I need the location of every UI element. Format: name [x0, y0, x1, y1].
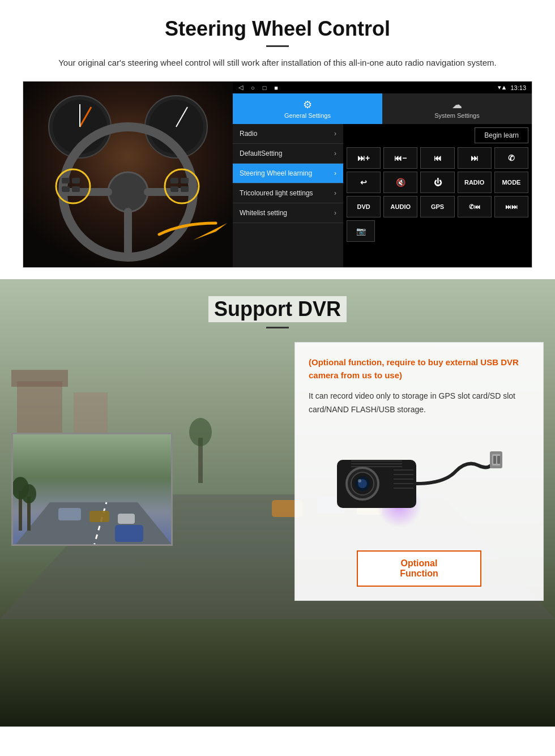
status-bar: ◁ ○ □ ■ ▾▲ 13:13: [233, 82, 532, 93]
ctrl-row-1: ⏭+ ⏮− ⏮ ⏭ ✆: [347, 147, 528, 169]
svg-rect-14: [62, 178, 70, 183]
svg-point-44: [22, 484, 36, 503]
svg-point-9: [108, 172, 148, 212]
hangup-button[interactable]: ↩: [347, 172, 381, 193]
phone-button[interactable]: ✆: [494, 147, 528, 169]
status-icons: ▾▲ 13:13: [498, 84, 526, 91]
svg-rect-15: [72, 178, 80, 183]
arrow-icon: ›: [334, 130, 336, 138]
svg-rect-62: [497, 456, 500, 464]
svg-rect-38: [89, 511, 109, 522]
dvr-content: Support DVR: [0, 279, 555, 618]
back-icon[interactable]: ◁: [238, 84, 243, 91]
svg-rect-37: [58, 508, 81, 520]
steering-wheel-photo: [23, 82, 233, 268]
signal-icon: ▾▲: [498, 84, 507, 91]
home-icon[interactable]: ○: [251, 84, 255, 91]
menu-tricolour-label: Tricoloured light settings: [240, 189, 313, 197]
tab-system-label: System Settings: [434, 112, 479, 119]
dvr-divider: [266, 327, 289, 328]
ctrl-top: Begin learn: [347, 127, 528, 143]
menu-default-label: DefaultSetting: [240, 150, 282, 157]
svg-rect-17: [72, 186, 80, 192]
arrow-icon: ›: [334, 150, 336, 157]
settings-icon: ⚙: [303, 99, 312, 111]
tab-bar: ⚙ General Settings ☁ System Settings: [233, 93, 532, 124]
vol-down-button[interactable]: ⏮−: [383, 147, 417, 169]
gps-button[interactable]: GPS: [420, 196, 454, 217]
phone-prev-button[interactable]: ✆⏮: [458, 196, 492, 217]
menu-radio-label: Radio: [240, 130, 257, 138]
section-steering: Steering Wheel Control Your original car…: [0, 0, 555, 279]
svg-rect-40: [115, 525, 143, 542]
ctrl-row-4: 📷: [347, 220, 528, 242]
svg-rect-22: [181, 186, 189, 192]
power-button[interactable]: ⏻: [420, 172, 454, 193]
menu-item-tricoloured[interactable]: Tricoloured light settings ›: [233, 183, 343, 203]
dvr-camera-image: [309, 426, 530, 539]
clock: 13:13: [510, 84, 526, 91]
dvr-info-card: (Optional function, require to buy exter…: [294, 342, 544, 601]
steering-panel: ◁ ○ □ ■ ▾▲ 13:13 ⚙ General Settings ☁: [23, 81, 532, 268]
dvd-button[interactable]: DVD: [347, 196, 381, 217]
ctrl-row-2: ↩ 🔇 ⏻ RADIO MODE: [347, 172, 528, 193]
camera-button[interactable]: 📷: [347, 220, 375, 242]
mode-button[interactable]: MODE: [494, 172, 528, 193]
nav-icons: ◁ ○ □ ■: [238, 84, 278, 91]
audio-button[interactable]: AUDIO: [383, 196, 417, 217]
svg-rect-39: [118, 514, 135, 524]
svg-rect-61: [493, 456, 496, 464]
dvr-optional-text: (Optional function, require to buy exter…: [309, 356, 530, 382]
menu-item-default[interactable]: DefaultSetting ›: [233, 144, 343, 164]
vol-up-button[interactable]: ⏭+: [347, 147, 381, 169]
skip-button[interactable]: ⏭⏭: [494, 196, 528, 217]
tab-system-settings[interactable]: ☁ System Settings: [382, 93, 532, 124]
prev-button[interactable]: ⏮: [420, 147, 454, 169]
menu-item-radio[interactable]: Radio ›: [233, 124, 343, 144]
mute-button[interactable]: 🔇: [383, 172, 417, 193]
svg-point-53: [358, 479, 361, 482]
svg-rect-20: [181, 178, 189, 183]
recent-icon[interactable]: □: [263, 84, 267, 91]
system-icon: ☁: [452, 99, 462, 111]
svg-rect-21: [170, 186, 178, 192]
dvr-description: It can record video only to storage in G…: [309, 390, 530, 417]
control-panel: Begin learn ⏭+ ⏮− ⏮ ⏭ ✆ ↩ 🔇 ⏻: [343, 124, 532, 267]
section-description: Your original car's steering wheel contr…: [45, 56, 510, 70]
dvr-title: Support DVR: [208, 296, 347, 322]
dvr-main: (Optional function, require to buy exter…: [0, 342, 555, 601]
ctrl-row-3: DVD AUDIO GPS ✆⏮ ⏭⏭: [347, 196, 528, 217]
menu-icon[interactable]: ■: [274, 84, 278, 91]
radio-button[interactable]: RADIO: [458, 172, 492, 193]
arrow-icon: ›: [334, 189, 336, 197]
svg-rect-16: [62, 186, 70, 192]
next-button[interactable]: ⏭: [458, 147, 492, 169]
svg-rect-19: [170, 178, 178, 183]
begin-learn-button[interactable]: Begin learn: [475, 127, 528, 143]
tab-general-settings[interactable]: ⚙ General Settings: [233, 93, 382, 124]
menu-list: Radio › DefaultSetting › Steering Wheel …: [233, 124, 532, 267]
android-panel: ◁ ○ □ ■ ▾▲ 13:13 ⚙ General Settings ☁: [233, 82, 532, 267]
arrow-icon: ›: [334, 209, 336, 217]
dvr-screenshot: [11, 433, 173, 546]
menu-items: Radio › DefaultSetting › Steering Wheel …: [233, 124, 343, 267]
section-dvr: Support DVR: [0, 279, 555, 727]
title-divider: [266, 45, 289, 47]
menu-item-whitelist[interactable]: Whitelist setting ›: [233, 203, 343, 223]
tab-general-label: General Settings: [284, 112, 331, 119]
menu-item-steering[interactable]: Steering Wheel learning ›: [233, 164, 343, 183]
section-title: Steering Wheel Control: [23, 17, 532, 41]
menu-steering-label: Steering Wheel learning: [240, 169, 312, 177]
menu-whitelist-label: Whitelist setting: [240, 209, 287, 217]
arrow-icon: ›: [334, 169, 336, 177]
optional-function-button[interactable]: Optional Function: [357, 550, 481, 587]
dvr-left: [11, 342, 283, 546]
dvr-title-area: Support DVR: [0, 296, 555, 328]
